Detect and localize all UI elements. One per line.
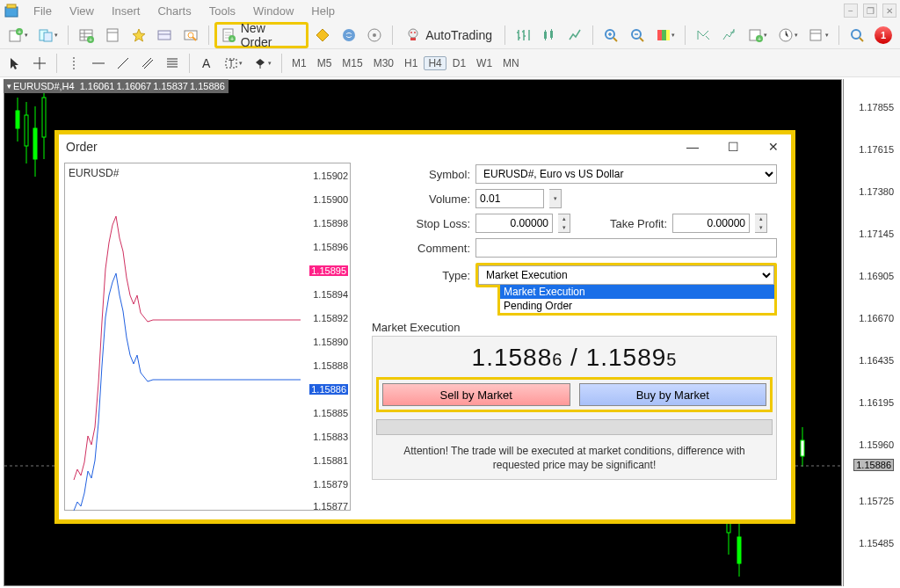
mini-tick: 1.15890 (313, 337, 348, 347)
svg-rect-10 (107, 29, 118, 41)
volume-spinner[interactable]: ▾ (549, 189, 562, 208)
strategy-tester-button[interactable] (178, 24, 203, 47)
svg-rect-55 (737, 537, 741, 563)
signals-button[interactable] (337, 24, 361, 47)
menu-insert[interactable]: Insert (103, 4, 149, 18)
scale-tick-current: 1.15886 (853, 459, 894, 471)
navigator-button[interactable] (127, 24, 151, 47)
periods-button[interactable] (773, 24, 802, 47)
candle-chart-button[interactable] (537, 24, 562, 47)
window-minimize-button[interactable]: − (844, 4, 858, 18)
dialog-close-button[interactable]: ✕ (763, 140, 784, 154)
window-close-button[interactable]: ✕ (882, 4, 896, 18)
vps-button[interactable] (362, 24, 387, 47)
menu-help[interactable]: Help (302, 4, 344, 18)
type-select[interactable]: Market Execution (478, 265, 774, 285)
mini-tick: 1.15900 (313, 194, 348, 205)
fibonacci-tool[interactable] (161, 53, 184, 74)
zoom-in-button[interactable] (599, 24, 623, 47)
type-option-market[interactable]: Market Execution (500, 285, 774, 299)
notifications-button[interactable]: 1 (870, 24, 896, 47)
dialog-minimize-button[interactable]: — (682, 140, 703, 154)
order-dialog: Order — ☐ ✕ EURUSD# 1.15902 1.15900 1.15… (54, 130, 795, 524)
templates-button[interactable] (804, 24, 833, 47)
stoploss-spinner[interactable]: ▴▾ (558, 214, 570, 233)
metaquotes-button[interactable] (310, 24, 335, 47)
data-window-button[interactable] (100, 24, 125, 47)
dialog-titlebar[interactable]: Order — ☐ ✕ (59, 134, 791, 159)
volume-input[interactable] (475, 189, 544, 208)
tf-m5[interactable]: M5 (313, 57, 337, 69)
chevron-down-icon[interactable]: ▾ (755, 223, 766, 232)
chart-ohlc-3: 1.15886 (190, 81, 225, 91)
comment-input[interactable] (475, 238, 777, 258)
trendline-tool[interactable] (112, 53, 134, 74)
chart-offset-button[interactable] (717, 24, 742, 47)
chevron-down-icon[interactable]: ▾ (558, 223, 570, 232)
market-watch-button[interactable]: + (74, 24, 98, 47)
chevron-up-icon[interactable]: ▴ (755, 214, 766, 223)
window-restore-button[interactable]: ❐ (863, 4, 877, 18)
profiles-button[interactable] (34, 24, 63, 47)
menu-charts[interactable]: Charts (149, 4, 200, 18)
sell-price-main: 1.1588 (472, 344, 553, 371)
terminal-button[interactable] (152, 24, 177, 47)
tf-h1[interactable]: H1 (400, 57, 422, 69)
buy-button[interactable]: Buy by Market (579, 383, 767, 406)
sell-button[interactable]: Sell by Market (382, 383, 570, 406)
tf-w1[interactable]: W1 (472, 57, 497, 69)
line-chart-button[interactable] (563, 24, 588, 47)
svg-rect-0 (5, 7, 18, 17)
chart-shift-button[interactable] (691, 24, 715, 47)
chevron-up-icon[interactable]: ▴ (558, 214, 570, 223)
cursor-tool[interactable] (4, 53, 26, 74)
vertical-line-tool[interactable] (62, 53, 85, 74)
tf-mn[interactable]: MN (498, 57, 524, 69)
svg-point-17 (343, 29, 355, 41)
stoploss-input[interactable] (475, 214, 553, 233)
mini-tick: 1.15888 (313, 360, 348, 371)
tf-m30[interactable]: M30 (369, 57, 398, 69)
svg-point-22 (414, 32, 416, 33)
svg-rect-23 (410, 38, 416, 40)
type-option-pending[interactable]: Pending Order (500, 299, 774, 313)
auto-scroll-button[interactable] (651, 24, 680, 47)
menu-view[interactable]: View (61, 4, 103, 18)
tf-h4[interactable]: H4 (424, 56, 446, 70)
menu-window[interactable]: Window (244, 4, 302, 18)
search-button[interactable] (845, 24, 869, 47)
chevron-down-icon[interactable]: ▾ (549, 190, 561, 207)
mini-tick: 1.15898 (313, 218, 348, 229)
channel-tool[interactable] (136, 53, 159, 74)
zoom-out-button[interactable] (625, 24, 650, 47)
takeprofit-spinner[interactable]: ▴▾ (755, 214, 767, 233)
menu-tools[interactable]: Tools (200, 4, 244, 18)
svg-rect-67 (801, 440, 804, 456)
symbol-select[interactable]: EURUSD#, Euro vs US Dollar (475, 164, 777, 184)
new-chart-button[interactable]: + (4, 24, 33, 47)
dialog-title: Order (66, 140, 98, 154)
autotrading-button[interactable]: AutoTrading (398, 24, 499, 47)
svg-rect-35 (810, 30, 821, 40)
tf-m15[interactable]: M15 (338, 57, 367, 69)
order-mini-chart: EURUSD# 1.15902 1.15900 1.15898 1.15896 … (64, 163, 351, 511)
new-order-button[interactable]: + New Order (214, 22, 308, 48)
text-label-tool[interactable]: T (220, 53, 247, 74)
indicators-button[interactable]: + (744, 24, 773, 47)
bar-chart-button[interactable] (511, 24, 535, 47)
text-tool[interactable]: A (195, 53, 218, 74)
crosshair-tool[interactable] (28, 53, 51, 74)
scale-tick: 1.15485 (859, 538, 894, 548)
new-order-icon: + (221, 27, 236, 43)
svg-rect-24 (544, 32, 547, 39)
objects-tool[interactable] (249, 53, 276, 74)
horizontal-line-tool[interactable] (87, 53, 110, 74)
menu-file[interactable]: File (25, 4, 61, 18)
svg-rect-11 (158, 31, 171, 40)
tf-d1[interactable]: D1 (448, 57, 470, 69)
dialog-maximize-button[interactable]: ☐ (722, 140, 744, 154)
notification-badge: 1 (875, 26, 892, 44)
tf-m1[interactable]: M1 (287, 57, 311, 69)
takeprofit-input[interactable] (672, 214, 750, 233)
mini-tick: 1.15883 (313, 432, 348, 442)
